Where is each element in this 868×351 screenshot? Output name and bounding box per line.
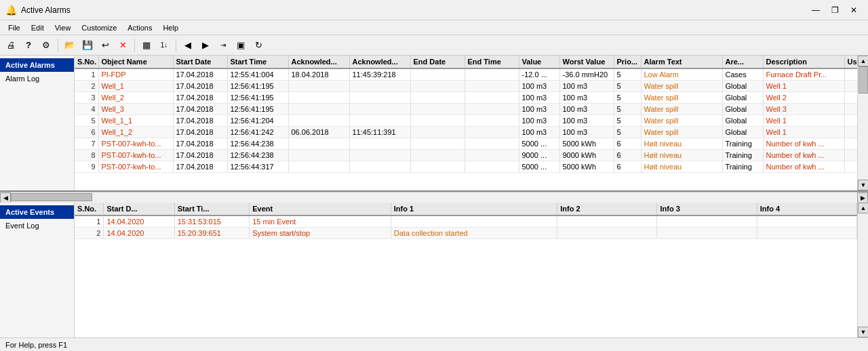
th-enddate[interactable]: End Date xyxy=(410,56,465,68)
scroll-track[interactable] xyxy=(858,66,868,180)
alarms-hscrollbar[interactable]: ◀ ▶ xyxy=(0,192,868,203)
jump-icon[interactable]: ⇥ xyxy=(215,37,231,54)
eth-startd[interactable]: Start D... xyxy=(104,203,174,215)
menu-file[interactable]: File xyxy=(3,22,26,33)
th-alarmtext[interactable]: Alarm Text xyxy=(641,56,722,68)
open-icon[interactable]: 📂 xyxy=(62,37,78,54)
eth-info4[interactable]: Info 4 xyxy=(757,203,856,215)
alarms-vscrollbar[interactable]: ▲ ▼ xyxy=(857,56,868,190)
eth-event[interactable]: Event xyxy=(250,203,391,215)
alarm-cell-desc[interactable]: Well 3 xyxy=(763,104,844,115)
alarm-cell-desc[interactable]: Number of kwh ... xyxy=(763,138,844,150)
th-prio[interactable]: Prio... xyxy=(614,56,641,68)
scroll-thumb[interactable] xyxy=(859,66,868,94)
hscroll-right-btn[interactable]: ▶ xyxy=(857,192,868,203)
event-cell-info1[interactable]: Data collection started xyxy=(391,228,557,239)
alarm-row-3[interactable]: 3Well_217.04.201812:56:41:195100 m3100 m… xyxy=(75,92,857,104)
alarm-cell-objname[interactable]: Well_1_1 xyxy=(98,115,173,127)
delete-icon[interactable]: ✕ xyxy=(115,37,131,54)
alarm-row-6[interactable]: 6Well_1_217.04.201812:56:41:24206.06.201… xyxy=(75,127,857,138)
th-user[interactable]: User xyxy=(844,56,857,68)
th-ack2[interactable]: Acknowled... xyxy=(349,56,410,68)
grid-icon[interactable]: ▦ xyxy=(138,37,155,54)
th-worst[interactable]: Worst Value xyxy=(559,56,614,68)
menu-help[interactable]: Help xyxy=(157,22,184,33)
nav-active-alarms[interactable]: Active Alarms xyxy=(0,58,74,72)
alarms-table-container[interactable]: S.No. Object Name Start Date Start Time … xyxy=(75,56,857,190)
print-icon[interactable]: 🖨 xyxy=(3,37,19,54)
alarm-row-4[interactable]: 4Well_317.04.201812:56:41:195100 m3100 m… xyxy=(75,104,857,115)
escroll-down-btn[interactable]: ▼ xyxy=(858,327,868,337)
prev-icon[interactable]: ◀ xyxy=(180,37,196,54)
alarm-row-5[interactable]: 5Well_1_117.04.201812:56:41:204100 m3100… xyxy=(75,115,857,127)
th-ack1[interactable]: Acknowled... xyxy=(288,56,349,68)
nav-event-log[interactable]: Event Log xyxy=(0,219,74,232)
event-row-2[interactable]: 214.04.202015:20:39:651System start/stop… xyxy=(75,228,857,239)
eth-info1[interactable]: Info 1 xyxy=(391,203,557,215)
alarm-row-9[interactable]: 9PST-007-kwh-to...17.04.201812:56:44:317… xyxy=(75,161,857,173)
alarm-cell-desc[interactable]: Well 1 xyxy=(763,127,844,138)
th-value[interactable]: Value xyxy=(519,56,559,68)
menu-actions[interactable]: Actions xyxy=(122,22,157,33)
nav-alarm-log[interactable]: Alarm Log xyxy=(0,72,74,85)
event-cell-event[interactable]: System start/stop xyxy=(250,228,391,239)
settings-icon[interactable]: ⚙ xyxy=(38,37,54,54)
event-cell-event[interactable]: 15 min Event xyxy=(250,215,391,228)
undo-icon[interactable]: ↩ xyxy=(97,37,113,54)
alarm-cell-desc[interactable]: Well 1 xyxy=(763,115,844,127)
alarm-cell-desc[interactable]: Furnace Draft Pr... xyxy=(763,68,844,81)
th-objname[interactable]: Object Name xyxy=(98,56,173,68)
event-cell-startt[interactable]: 15:20:39:651 xyxy=(174,228,249,239)
alarm-cell-objname[interactable]: PI-FDP xyxy=(98,68,173,81)
alarm-cell-objname[interactable]: Well_2 xyxy=(98,92,173,104)
th-area[interactable]: Are... xyxy=(722,56,763,68)
next-icon[interactable]: ▶ xyxy=(197,37,214,54)
alarm-cell-objname[interactable]: Well_3 xyxy=(98,104,173,115)
escroll-track[interactable] xyxy=(858,213,868,327)
alarm-cell-objname[interactable]: Well_1_2 xyxy=(98,127,173,138)
alarm-cell-objname[interactable]: PST-007-kwh-to... xyxy=(98,150,173,161)
scroll-up-btn[interactable]: ▲ xyxy=(858,56,868,66)
event-cell-startd[interactable]: 14.04.2020 xyxy=(104,228,174,239)
eth-info3[interactable]: Info 3 xyxy=(657,203,757,215)
event-cell-info1[interactable] xyxy=(391,215,557,228)
event-row-1[interactable]: 114.04.202015:31:53:01515 min Event xyxy=(75,215,857,228)
events-vscrollbar[interactable]: ▲ ▼ xyxy=(857,203,868,337)
close-button[interactable]: ✕ xyxy=(845,3,863,17)
maximize-button[interactable]: ❐ xyxy=(826,3,844,17)
eth-info2[interactable]: Info 2 xyxy=(557,203,657,215)
alarm-cell-desc[interactable]: Well 1 xyxy=(763,81,844,92)
hscroll-thumb[interactable] xyxy=(11,193,92,201)
save-icon[interactable]: 💾 xyxy=(79,37,96,54)
menu-edit[interactable]: Edit xyxy=(26,22,50,33)
eth-startt[interactable]: Start Ti... xyxy=(174,203,249,215)
escroll-up-btn[interactable]: ▲ xyxy=(858,203,868,213)
events-table-container[interactable]: S.No. Start D... Start Ti... Event Info … xyxy=(75,203,857,337)
event-cell-startd[interactable]: 14.04.2020 xyxy=(104,215,174,228)
refresh-icon[interactable]: ↻ xyxy=(250,37,267,54)
alarm-row-2[interactable]: 2Well_117.04.201812:56:41:195100 m3100 m… xyxy=(75,81,857,92)
hscroll-track[interactable] xyxy=(11,192,857,203)
event-cell-startt[interactable]: 15:31:53:015 xyxy=(174,215,249,228)
hscroll-left-btn[interactable]: ◀ xyxy=(0,192,11,203)
num-icon[interactable]: 1↓ xyxy=(156,37,172,54)
th-endtime[interactable]: End Time xyxy=(465,56,519,68)
alarm-cell-desc[interactable]: Well 2 xyxy=(763,92,844,104)
help-icon[interactable]: ? xyxy=(20,37,37,54)
th-desc[interactable]: Description xyxy=(763,56,844,68)
alarm-row-1[interactable]: 1PI-FDP17.04.201812:55:41:00418.04.20181… xyxy=(75,68,857,81)
alarm-cell-desc[interactable]: Number of kwh ... xyxy=(763,150,844,161)
th-sno[interactable]: S.No. xyxy=(75,56,98,68)
alarm-cell-objname[interactable]: Well_1 xyxy=(98,81,173,92)
eth-sno[interactable]: S.No. xyxy=(75,203,104,215)
alarm-row-8[interactable]: 8PST-007-kwh-to...17.04.201812:56:44:238… xyxy=(75,150,857,161)
nav-active-events[interactable]: Active Events xyxy=(0,205,74,219)
alarm-cell-objname[interactable]: PST-007-kwh-to... xyxy=(98,138,173,150)
menu-customize[interactable]: Customize xyxy=(76,22,122,33)
minimize-button[interactable]: — xyxy=(807,3,825,17)
th-startdate[interactable]: Start Date xyxy=(173,56,227,68)
alarm-cell-objname[interactable]: PST-007-kwh-to... xyxy=(98,161,173,173)
alarm-cell-desc[interactable]: Number of kwh ... xyxy=(763,161,844,173)
alarm-row-7[interactable]: 7PST-007-kwh-to...17.04.201812:56:44:238… xyxy=(75,138,857,150)
menu-view[interactable]: View xyxy=(50,22,77,33)
